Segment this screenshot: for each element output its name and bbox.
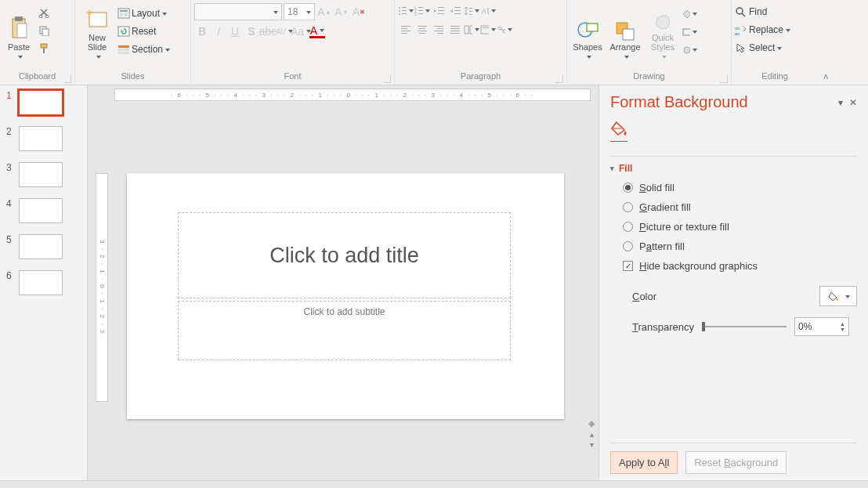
align-text-button[interactable]	[480, 22, 496, 38]
format-painter-button[interactable]	[36, 41, 52, 56]
picture-fill-radio[interactable]: Picture or texture fill	[623, 221, 857, 233]
decrease-font-button[interactable]: A▼	[334, 4, 349, 20]
slide-thumbnail[interactable]	[19, 270, 63, 295]
paste-dropdown-arrow[interactable]	[16, 52, 23, 56]
bullets-button[interactable]	[398, 3, 414, 19]
underline-button[interactable]: U	[227, 23, 243, 39]
quick-styles-button[interactable]: Quick Styles	[646, 3, 680, 58]
transparency-slider[interactable]	[702, 326, 787, 327]
svg-rect-46	[418, 31, 427, 31]
svg-rect-42	[401, 31, 410, 31]
numbering-button[interactable]: 123	[414, 3, 430, 19]
align-right-button[interactable]	[431, 22, 447, 38]
clipboard-launcher[interactable]	[63, 75, 71, 83]
collapse-ribbon-button[interactable]: ʌ	[818, 71, 834, 85]
spin-down[interactable]: ▼	[840, 327, 845, 332]
paste-button[interactable]: Paste	[3, 3, 34, 58]
fit-button[interactable]: ✥	[588, 420, 595, 428]
align-center-button[interactable]	[414, 22, 430, 38]
layout-button[interactable]: Layout	[118, 5, 170, 22]
svg-rect-19	[402, 7, 407, 8]
reset-background-button[interactable]: Reset Background	[685, 451, 787, 474]
reset-button[interactable]: Reset	[118, 23, 170, 40]
find-button[interactable]: Find	[735, 3, 767, 20]
font-group-label: Font	[284, 71, 301, 81]
svg-rect-27	[418, 10, 423, 11]
slide-thumbnail[interactable]	[19, 90, 63, 115]
section-button[interactable]: Section	[118, 41, 170, 58]
italic-button[interactable]: I	[211, 23, 226, 39]
increase-font-button[interactable]: A▲	[316, 4, 332, 20]
svg-rect-54	[450, 31, 460, 31]
font-size-combo[interactable]: 18	[284, 3, 315, 20]
font-name-combo[interactable]	[194, 3, 282, 20]
ribbon: Paste Clipboard New Slide Layout Res	[0, 0, 868, 85]
text-direction-button[interactable]: A	[480, 3, 496, 19]
columns-button[interactable]	[464, 22, 479, 38]
pane-options-button[interactable]: ▾	[838, 97, 843, 108]
svg-point-20	[399, 10, 400, 12]
change-case-button[interactable]: Aa	[293, 23, 309, 39]
slide-thumbnail[interactable]	[19, 198, 63, 223]
justify-button[interactable]	[447, 22, 463, 38]
solid-fill-radio[interactable]: Solid fill	[623, 182, 857, 193]
line-spacing-button[interactable]	[464, 3, 479, 19]
drawing-launcher[interactable]	[720, 75, 728, 83]
shape-effects-button[interactable]	[682, 42, 697, 58]
decrease-indent-button[interactable]	[431, 3, 447, 19]
svg-point-18	[399, 7, 400, 9]
paragraph-launcher[interactable]	[555, 75, 563, 83]
spin-up[interactable]: ▲	[840, 321, 845, 327]
paste-icon	[9, 16, 29, 41]
svg-text:3: 3	[414, 12, 417, 16]
smartart-button[interactable]	[497, 22, 512, 38]
strike-button[interactable]: abc	[260, 23, 276, 39]
font-launcher[interactable]	[383, 75, 391, 83]
subtitle-placeholder[interactable]: Click to add subtitle	[178, 301, 511, 360]
replace-button[interactable]: abacReplace	[735, 21, 790, 38]
svg-rect-36	[469, 8, 472, 9]
slide-thumbnail[interactable]	[19, 234, 63, 259]
quick-styles-icon	[652, 11, 674, 33]
clear-format-button[interactable]: A✖	[351, 4, 367, 20]
shape-fill-button[interactable]	[682, 6, 697, 22]
font-color-button[interactable]: A	[309, 25, 325, 38]
prev-slide-button[interactable]: ▴	[590, 430, 594, 439]
fill-category-icon[interactable]	[610, 119, 857, 142]
svg-rect-63	[587, 23, 598, 31]
cut-button[interactable]	[36, 5, 52, 20]
fill-section-header[interactable]: Fill	[619, 163, 632, 174]
new-slide-dropdown[interactable]	[94, 52, 101, 56]
svg-point-67	[684, 47, 690, 53]
next-slide-button[interactable]: ▾	[590, 440, 594, 449]
slide[interactable]: Click to add title Click to add subtitle	[127, 173, 564, 419]
svg-rect-34	[454, 10, 461, 11]
increase-indent-button[interactable]	[447, 3, 463, 19]
transparency-spinner[interactable]: 0% ▲▼	[794, 317, 849, 336]
copy-button[interactable]	[36, 23, 52, 38]
svg-rect-65	[623, 29, 634, 40]
apply-to-all-button[interactable]: Apply to All	[610, 451, 678, 474]
new-slide-label: New Slide	[88, 33, 107, 52]
shapes-button[interactable]: Shapes	[570, 3, 605, 58]
clipboard-group-label: Clipboard	[19, 71, 56, 81]
color-picker-button[interactable]	[819, 286, 857, 306]
pane-close-button[interactable]: ✕	[849, 97, 857, 108]
bold-button[interactable]: B	[194, 23, 210, 39]
drawing-group-label: Drawing	[633, 71, 664, 81]
paste-label: Paste	[8, 42, 30, 52]
select-button[interactable]: Select	[735, 39, 782, 56]
pattern-fill-radio[interactable]: Pattern fill	[623, 240, 857, 252]
new-slide-button[interactable]: New Slide	[78, 3, 116, 58]
title-placeholder[interactable]: Click to add title	[178, 212, 511, 298]
arrange-button[interactable]: Arrange	[606, 3, 644, 58]
shadow-button[interactable]: S	[244, 23, 259, 39]
align-left-button[interactable]	[398, 22, 414, 38]
slide-thumbnail[interactable]	[19, 162, 63, 187]
slide-thumbnail[interactable]	[19, 126, 63, 151]
shape-outline-button[interactable]	[682, 24, 697, 40]
svg-rect-6	[42, 29, 49, 36]
hide-bg-checkbox[interactable]: Hide background graphics	[623, 260, 857, 272]
thumbnail-row: 6	[6, 270, 81, 295]
gradient-fill-radio[interactable]: Gradient fill	[623, 201, 857, 213]
